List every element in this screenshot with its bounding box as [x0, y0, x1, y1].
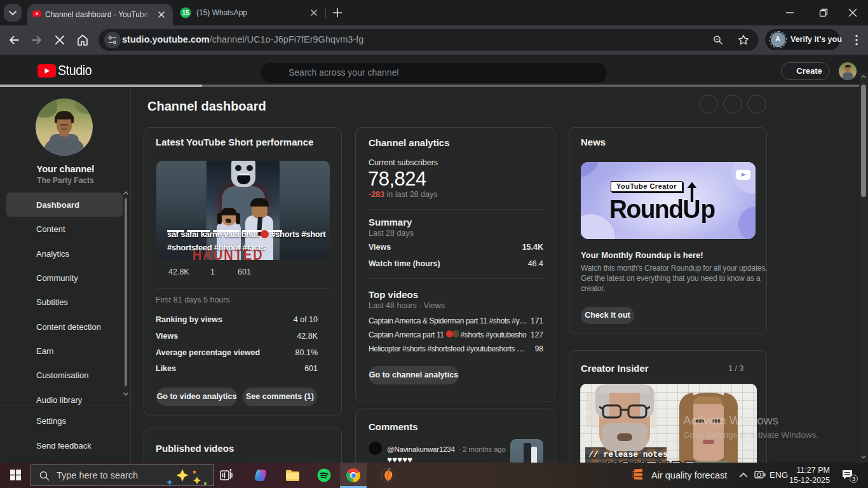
svg-text:15: 15 — [182, 10, 189, 17]
